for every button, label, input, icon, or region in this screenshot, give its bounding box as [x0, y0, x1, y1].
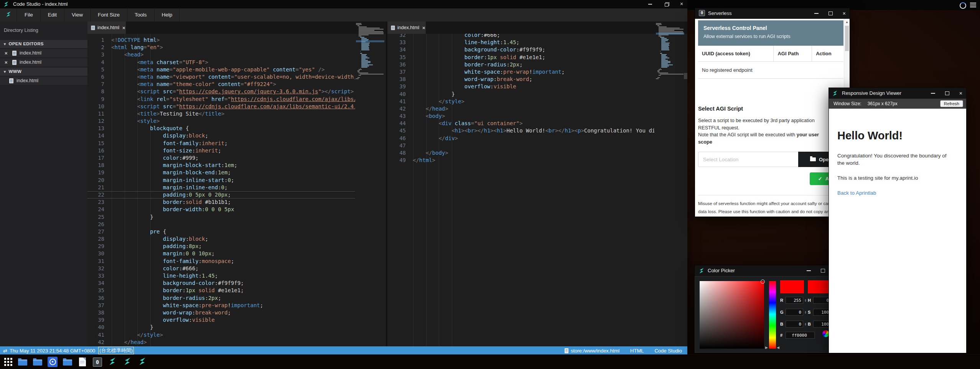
- spinner-icon[interactable]: ▴▾: [804, 311, 807, 314]
- code-line-11: 11 <title>Testing Site</title>: [87, 110, 355, 117]
- close-button[interactable]: ×: [678, 1, 685, 7]
- panel-subtitle: Allow external services to run AGI scrip…: [703, 34, 838, 39]
- hamburger-menu-icon[interactable]: [970, 3, 976, 7]
- endpoint-table-header: UUID (access token)AGI PathAction: [698, 46, 843, 62]
- code-studio-logo-icon: [3, 1, 9, 9]
- spinner-icon[interactable]: ▴▾: [804, 323, 807, 326]
- menu-tools[interactable]: Tools: [127, 8, 155, 22]
- hue-slider[interactable]: [769, 281, 776, 349]
- code-line-40: 40 }: [87, 324, 355, 331]
- code-line-45: 45 <h1><br></h1><h1>Hello World!<br></h1…: [387, 127, 654, 134]
- code-line-32: 32 color:#666;: [87, 265, 355, 272]
- viewer-page-content: Hello World! Congratulation! You discove…: [829, 109, 966, 353]
- taskbar-icon-folder[interactable]: [33, 357, 43, 367]
- sidebar-file-index.html[interactable]: ×index.html: [0, 49, 87, 57]
- taskbar-icon-codestudio[interactable]: [137, 357, 147, 367]
- app-logo-icon: [0, 8, 17, 22]
- close-icon[interactable]: ×: [5, 49, 10, 57]
- code-line-41: 41 </style>: [87, 331, 355, 339]
- viewer-toolbar: Window Size: 361px x 627px Refresh: [829, 99, 966, 109]
- tab-close-icon[interactable]: ×: [422, 25, 425, 31]
- menu-edit[interactable]: Edit: [41, 8, 64, 22]
- editor-pane-left[interactable]: index.html × 1<!DOCTYPE html>2<html lang…: [87, 22, 386, 346]
- minimap[interactable]: [356, 23, 384, 79]
- code-line-32: 32 color:#666;: [387, 34, 654, 39]
- tab-close-icon[interactable]: ×: [122, 25, 125, 31]
- color-picker-title-bar: Color Picker: [695, 265, 850, 276]
- maximize-button[interactable]: [828, 12, 833, 15]
- tab-label: index.html: [397, 25, 419, 30]
- menu-view[interactable]: View: [64, 8, 91, 22]
- minimize-button[interactable]: [647, 1, 654, 7]
- tab-index-html[interactable]: index.html ×: [87, 22, 126, 34]
- rgb-field-R: R255▴▾: [780, 296, 807, 304]
- rgb-input-R[interactable]: 255: [786, 297, 803, 304]
- taskbar-icon-disc[interactable]: [48, 357, 58, 367]
- rgb-input-G[interactable]: 0: [786, 309, 803, 316]
- code-line-8: 8 <script src="https://code.jquery.com/j…: [87, 88, 355, 95]
- code-line-27: 27 pre {: [87, 228, 355, 235]
- minimize-button[interactable]: [807, 270, 811, 271]
- rgb-input-B[interactable]: 0: [786, 321, 803, 328]
- section-header-open-editors[interactable]: ▾OPEN EDITORS: [0, 40, 87, 48]
- code-line-2: 2<html lang="en">: [87, 44, 355, 51]
- code-line-14: 14 display:block;: [87, 132, 355, 139]
- status-file-path[interactable]: store:/www/index.html: [565, 348, 619, 354]
- sync-icon: ⇄: [3, 348, 7, 354]
- close-button[interactable]: ×: [843, 11, 846, 16]
- close-icon[interactable]: ×: [5, 58, 10, 66]
- close-button[interactable]: ×: [959, 91, 962, 96]
- restore-button[interactable]: [664, 1, 670, 7]
- editor-pane-right[interactable]: index.html × 32 color:#666;33 line-heigh…: [387, 22, 687, 346]
- tab-index-html[interactable]: index.html ×: [387, 22, 426, 34]
- minimize-button[interactable]: [814, 13, 819, 14]
- back-to-aprintlab-link[interactable]: Back to Aprintlab: [837, 190, 959, 196]
- taskbar-icon-folder[interactable]: [18, 357, 28, 367]
- spinner-icon[interactable]: ▴▾: [804, 299, 807, 302]
- menu-help[interactable]: Help: [155, 8, 180, 22]
- section-header-www[interactable]: ▾WWW: [0, 68, 87, 76]
- taskbar-icon-folder[interactable]: [63, 357, 72, 367]
- table-header-0: UUID (access token): [698, 46, 774, 61]
- minimap-highlight: [656, 33, 684, 35]
- agi-script-description: Select a script to be executed by 3rd pa…: [698, 117, 843, 146]
- scrollbar-thumb[interactable]: [845, 26, 849, 51]
- color-cursor[interactable]: [761, 280, 765, 284]
- viewer-window-title: Responsive Design Viewer: [842, 90, 901, 96]
- hex-input[interactable]: ff0000: [786, 332, 815, 339]
- script-location-input[interactable]: [698, 152, 798, 167]
- menu-font-size[interactable]: Font Size: [91, 8, 127, 22]
- maximize-button[interactable]: [945, 91, 949, 95]
- saturation-value-area[interactable]: [700, 281, 764, 349]
- minimize-button[interactable]: [931, 93, 935, 94]
- sidebar-file-index.html[interactable]: ×index.html: [0, 77, 87, 85]
- code-line-16: 16 font-size:inherit;: [87, 147, 355, 154]
- scrollbar-handle[interactable]: [684, 73, 687, 79]
- taskbar-icon-launcher[interactable]: [3, 357, 13, 367]
- hue-marker-right-icon[interactable]: ◀: [777, 346, 779, 349]
- menu-file[interactable]: File: [17, 8, 41, 22]
- hex-field: # ff0000: [780, 332, 815, 339]
- chevron-down-icon: ▾: [4, 42, 6, 46]
- current-color-swatch: [780, 280, 804, 293]
- code-editor[interactable]: 1<!DOCTYPE html>2<html lang="en">3 <head…: [87, 34, 355, 346]
- maximize-button[interactable]: [821, 269, 825, 273]
- file-icon: [565, 348, 568, 353]
- status-language[interactable]: HTML: [630, 348, 644, 354]
- code-editor[interactable]: 32 color:#666;33 line-height:1.45;34 bac…: [387, 34, 654, 346]
- hex-label: #: [780, 333, 786, 338]
- minimap[interactable]: [656, 23, 684, 79]
- taskbar-icon-document[interactable]: [77, 357, 87, 367]
- color-picker-window: Color Picker ▶ ◀ R255▴▾G0▴▾B0▴▾ H0▴▾S100…: [694, 265, 850, 353]
- code-line-15: 15 font-family:inherit;: [87, 140, 355, 147]
- refresh-button[interactable]: Refresh: [940, 100, 963, 107]
- taskbar-icon-serverless[interactable]: 0: [92, 357, 102, 367]
- code-line-24: 24 border-width:0 0 0 5px: [87, 206, 355, 213]
- taskbar-icon-codestudio[interactable]: [122, 357, 132, 367]
- code-line-9: 9 <link rel="stylesheet" href="https://c…: [87, 96, 355, 103]
- status-app-name: Code Studio: [654, 348, 682, 354]
- scroll-up-icon[interactable]: ▲: [844, 19, 850, 24]
- sidebar-file-index.html[interactable]: ×index.html: [0, 58, 87, 66]
- hue-marker-left-icon[interactable]: ▶: [765, 346, 768, 349]
- taskbar-icon-codestudio[interactable]: [107, 357, 117, 367]
